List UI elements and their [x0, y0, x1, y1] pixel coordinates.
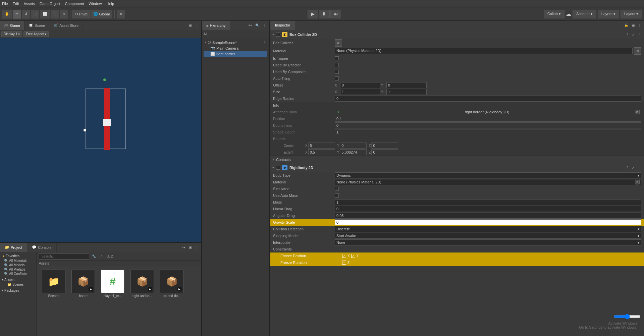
scale-tool-button[interactable]: ⊡: [31, 10, 39, 18]
menu-gameobject[interactable]: GameObject: [40, 2, 60, 6]
box-collider-settings-btn[interactable]: ↗: [631, 33, 635, 37]
packages-header[interactable]: ▸ Packages: [1, 288, 35, 293]
material-select-btn[interactable]: ⊙: [634, 47, 641, 55]
inspector-maximize-btn[interactable]: ▣: [630, 23, 636, 28]
size-y-input[interactable]: [386, 89, 427, 95]
display-dropdown[interactable]: Display 1 ▾: [1, 31, 22, 37]
assets-filter-btn[interactable]: 🔧: [91, 254, 97, 259]
cloud-icon[interactable]: ☁: [566, 11, 571, 17]
contacts-row[interactable]: ▸ Contacts: [270, 156, 644, 163]
assets-search-input[interactable]: [39, 254, 89, 260]
is-trigger-checkbox[interactable]: [335, 56, 339, 60]
global-button[interactable]: 🌐 Global: [91, 10, 112, 18]
aspect-dropdown[interactable]: Free Aspect ▾: [23, 31, 48, 37]
freeze-pos-checkbox[interactable]: ✓: [342, 254, 346, 258]
bottom-maximize-btn[interactable]: ▣: [187, 245, 193, 250]
scene-menu-btn[interactable]: ⋮: [263, 41, 266, 44]
used-by-composite-checkbox[interactable]: [335, 70, 339, 74]
friction-input[interactable]: [335, 116, 641, 122]
bounciness-input[interactable]: [335, 122, 641, 128]
rigidbody-menu-btn[interactable]: ⋮: [637, 166, 642, 170]
tab-game[interactable]: 🎮 Game: [0, 21, 24, 30]
rect-tool-button[interactable]: ⬜: [40, 10, 50, 18]
attached-body-select-btn[interactable]: ⊙: [635, 110, 640, 114]
material-field[interactable]: None (Physics Material 2D): [335, 48, 633, 54]
assets-star-btn[interactable]: ☆: [99, 254, 104, 259]
attached-body-field[interactable]: ↺ right border (Rigidbody 2D) ⊙: [335, 109, 641, 115]
asset-player1[interactable]: # player1_m...: [99, 270, 126, 298]
hierarchy-add-btn[interactable]: +▾: [247, 23, 253, 28]
angular-drag-input[interactable]: [335, 213, 641, 219]
rigidbody-help-btn[interactable]: ?: [625, 166, 629, 170]
mass-input[interactable]: [335, 199, 641, 205]
offset-y-input[interactable]: [386, 82, 427, 88]
fav-conflicte[interactable]: 🔍 All Conflicte: [1, 272, 35, 276]
inspector-lock-btn[interactable]: 🔒: [623, 23, 630, 28]
box-collider-header[interactable]: ▾ ✓ ◧ Box Collider 2D ? ↗ ⋮: [270, 30, 644, 39]
freeze-rot-z-checkbox[interactable]: ✓: [342, 261, 346, 265]
rigidbody-checkbox[interactable]: ✓: [276, 166, 280, 170]
shape-count-input[interactable]: [335, 129, 641, 135]
offset-x-input[interactable]: [340, 82, 380, 88]
menu-component[interactable]: Component: [65, 2, 84, 6]
extent-z-input[interactable]: [371, 149, 398, 155]
maximize-view-btn[interactable]: ▣: [187, 23, 193, 28]
tree-item-main-camera[interactable]: 📷 Main Camera: [204, 45, 267, 51]
menu-help[interactable]: Help: [106, 2, 114, 6]
collision-detection-dropdown[interactable]: Discrete ▾: [335, 226, 641, 232]
tree-item-scene[interactable]: ▾ ⬡ SampleScene* ⋮: [204, 40, 267, 45]
play-button[interactable]: ▶: [308, 10, 318, 18]
tab-inspector[interactable]: Inspector: [270, 21, 295, 30]
hierarchy-menu-btn[interactable]: ⋮: [261, 23, 267, 28]
hierarchy-search-btn[interactable]: 🔍: [254, 23, 261, 28]
sidebar-scenes[interactable]: 📁 Scenes: [1, 282, 35, 287]
menu-assets[interactable]: Assets: [24, 2, 35, 6]
asset-scenes[interactable]: 📁 Scenes: [40, 270, 67, 298]
edge-radius-input[interactable]: [335, 96, 641, 102]
center-x-input[interactable]: [308, 143, 335, 149]
simulated-checkbox[interactable]: ✓: [335, 187, 339, 191]
layout-button[interactable]: Layout ▾: [621, 10, 642, 18]
transform-tool-button[interactable]: ⊞: [51, 10, 59, 18]
hand-tool-button[interactable]: ✋: [2, 10, 12, 18]
collab-button[interactable]: Collab ▾: [544, 10, 565, 18]
interpolate-dropdown[interactable]: None ▾: [335, 239, 641, 245]
linear-drag-input[interactable]: [335, 206, 641, 212]
custom-tool-button[interactable]: ⊛: [60, 10, 68, 18]
asset-board[interactable]: 📦 ▶ board: [70, 270, 97, 298]
bottom-menu-btn[interactable]: ⋮: [194, 245, 200, 250]
rb-material-select-btn[interactable]: ⊙: [635, 180, 640, 184]
fav-models[interactable]: 🔍 All Models: [1, 263, 35, 267]
tab-hierarchy[interactable]: ≡ Hierarchy: [202, 21, 230, 30]
rotate-tool-button[interactable]: ↺: [22, 10, 30, 18]
box-collider-checkbox[interactable]: ✓: [276, 33, 280, 37]
pause-button[interactable]: ⏸: [319, 10, 330, 18]
assets-warning-btn[interactable]: ⚠ 2: [106, 254, 114, 259]
size-x-input[interactable]: [340, 89, 380, 95]
box-collider-menu-btn[interactable]: ⋮: [637, 33, 642, 37]
gravity-scale-input[interactable]: [335, 219, 641, 225]
move-tool-button[interactable]: ✛: [13, 10, 21, 18]
center-z-input[interactable]: [371, 143, 398, 149]
rigidbody-header[interactable]: ▾ ✓ ⊛ Rigidbody 2D ? ↗ ⋮: [270, 163, 644, 172]
assets-section-header[interactable]: ▾ Assets: [1, 277, 35, 282]
view-menu-btn[interactable]: ⋮: [194, 23, 200, 28]
asset-right-border[interactable]: 📦 ▶ right and le...: [129, 270, 156, 298]
extent-y-input[interactable]: [340, 149, 367, 155]
fav-materials[interactable]: 🔍 All Materials: [1, 259, 35, 263]
tree-item-right-border[interactable]: ⬜ right border: [204, 51, 267, 57]
freeze-pos-y-checkbox[interactable]: ✓: [351, 254, 355, 258]
menu-edit[interactable]: Edit: [13, 2, 19, 6]
edit-collider-btn[interactable]: ✏: [335, 39, 342, 47]
tab-scene[interactable]: 🔲 Scene: [24, 21, 49, 30]
tab-project[interactable]: 📁 Project: [0, 243, 27, 252]
custom2-button[interactable]: ⊗: [117, 10, 125, 18]
use-auto-mass-checkbox[interactable]: [335, 193, 339, 198]
rigidbody-settings-btn[interactable]: ↗: [631, 166, 635, 170]
body-type-dropdown[interactable]: Dynamic ▾: [335, 172, 641, 178]
box-collider-help-btn[interactable]: ?: [625, 33, 629, 37]
extent-x-input[interactable]: [308, 149, 335, 155]
menu-file[interactable]: File: [2, 2, 8, 6]
tab-asset-store[interactable]: 🛒 Asset Store: [49, 21, 83, 30]
favorites-header[interactable]: ★ Favorites: [1, 254, 35, 259]
